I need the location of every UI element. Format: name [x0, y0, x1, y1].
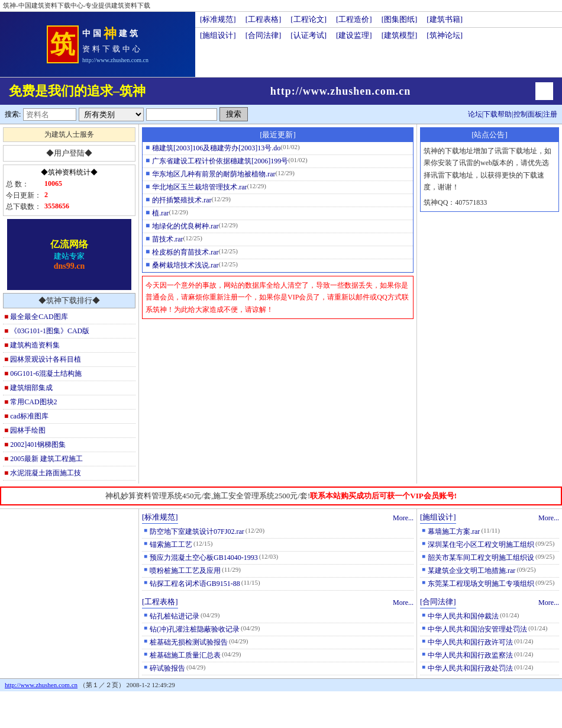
promo-text2: 联系本站购买成功后可获一个VIP会员账号! [310, 491, 457, 500]
hetong-link-2[interactable]: 中华人民共和国治安管理处罚法 [428, 624, 527, 634]
biaozhun-more[interactable]: More... [393, 514, 414, 523]
rank-bullet-4: ■ [4, 355, 8, 363]
rank-link-8[interactable]: cad标准图库 [10, 412, 49, 420]
hetong-title[interactable]: [合同法律] [420, 597, 456, 608]
gongcheng-link-2[interactable]: 钻(冲)孔灌注桩隐蔽验收记录 [150, 624, 240, 634]
search-type-select[interactable]: 所有类别 [79, 108, 144, 121]
rank-link-1[interactable]: 最全最全CAD图库 [10, 313, 67, 321]
biaozhun-link-3[interactable]: 预应力混凝土空心板GB14040-1993 [150, 553, 258, 563]
gongcheng-link-4[interactable]: 桩基础施工质量汇总表 [150, 650, 221, 661]
rank-link-9[interactable]: 园林手绘图 [10, 426, 46, 434]
hetong-link-1[interactable]: 中华人民共和国仲裁法 [428, 611, 499, 621]
nav-gongchengbiaoge[interactable]: [工程表格] [241, 13, 286, 26]
rank-bullet-1: ■ [4, 313, 8, 321]
update-link-5[interactable]: 的扦插繁殖技术.rar [152, 195, 211, 205]
rank-link-5[interactable]: 06G101-6混凝土结构施 [10, 369, 82, 378]
gongcheng-link-1[interactable]: 钻孔桩钻进记录 [150, 611, 199, 621]
rank-bullet-2: ■ [4, 327, 8, 335]
nav-zaojia[interactable]: [工程造价] [331, 13, 377, 26]
biaozhun-link-4[interactable]: 喷粉桩施工工艺及应用 [150, 566, 221, 576]
shizu-link-4[interactable]: 某建筑企业文明工地措施.rar [428, 566, 515, 576]
rank-link-3[interactable]: 建筑构造资料集 [10, 341, 60, 349]
update-link-6[interactable]: 植.rar [152, 208, 169, 218]
search-label: 搜索: [5, 109, 21, 120]
search-input[interactable] [23, 108, 76, 121]
bottom-section: [标准规范] More... ■ 防空地下室建筑设计07FJ02.rar (12… [0, 508, 562, 678]
update-link-4[interactable]: 华北地区玉兰栽培管理技术.rar [152, 182, 247, 192]
update-link-9[interactable]: 栓皮栎的育苗技术.rar [152, 247, 218, 257]
update-date-1: (01/02) [280, 143, 299, 150]
shizu-title[interactable]: [施组设计] [420, 512, 456, 524]
shizu-date-3: (09/25) [535, 553, 554, 560]
hetong-more[interactable]: More... [538, 598, 559, 607]
nav-gongchenglunwen[interactable]: [工程论文] [286, 13, 331, 26]
center-content: [最近更新] ■ 穗建筑[2003]106及穗建劳办[2003]13号.do (… [139, 124, 417, 484]
gongcheng-link-3[interactable]: 桩基础无损检测试验报告 [150, 637, 228, 648]
shizu-link-3[interactable]: 韶关市某车间工程文明施工组织设 [428, 553, 534, 563]
update-date-9: (12/25) [219, 247, 238, 255]
ad-banner[interactable]: 亿流网络 建站专家 dns99.cn [7, 219, 131, 290]
update-link-10[interactable]: 桑树栽培技术浅说.rar [152, 260, 218, 270]
rank-link-10[interactable]: 2002]401钢梯图集 [10, 440, 66, 449]
nav-moxing[interactable]: [建筑模型] [377, 29, 422, 42]
update-link-8[interactable]: 苗技术.rar [152, 234, 183, 244]
update-bullet-2: ■ [146, 156, 150, 165]
gongcheng-link-5[interactable]: 碎试验报告 [150, 663, 185, 674]
shizu-link-1[interactable]: 幕墙施工方案.rar [428, 527, 480, 537]
gongcheng-title[interactable]: [工程表格] [142, 597, 178, 608]
shizu-more[interactable]: More... [538, 514, 559, 523]
nav-shizu[interactable]: [施组设计] [195, 29, 241, 42]
luntan-link[interactable]: 论坛 [468, 110, 482, 118]
biaozhun-date-5: (11/15) [241, 579, 260, 586]
update-date-8: (12/25) [183, 234, 202, 241]
rank-bullet-12: ■ [4, 469, 8, 477]
update-link-1[interactable]: 穗建筑[2003]106及穗建劳办[2003]13号.do [152, 143, 280, 153]
nav-biaozhun[interactable]: [标准规范] [195, 13, 241, 26]
nav-jianli[interactable]: [建设监理] [331, 29, 377, 42]
gongcheng-date-1: (04/29) [201, 611, 219, 619]
search-bar: 搜索: 所有类别 搜索 论坛|下载帮助|控制面板|注册 [0, 105, 562, 124]
biaozhun-link-2[interactable]: 锚索施工工艺 [150, 540, 192, 550]
nav-hetong[interactable]: [合同法律] [241, 29, 286, 42]
rank-link-6[interactable]: 建筑细部集成 [10, 384, 53, 392]
rank-bullet-7: ■ [4, 398, 8, 406]
update-bullet-5: ■ [146, 195, 150, 204]
nav-shuji[interactable]: [建筑书籍] [422, 13, 467, 26]
update-bullet-10: ■ [146, 260, 150, 269]
nav-luntan[interactable]: [筑神论坛] [422, 29, 467, 42]
hetong-link-3[interactable]: 中华人民共和国行政许可法 [428, 637, 513, 648]
biaozhun-title[interactable]: [标准规范] [142, 512, 178, 524]
search-keyword-input[interactable] [146, 108, 217, 121]
update-link-7[interactable]: 地绿化的优良树种.rar [152, 221, 218, 231]
rank-link-11[interactable]: 2005最新 建筑工程施工 [10, 455, 83, 463]
hetong-date-4: (01/24) [514, 650, 533, 658]
rank-link-4[interactable]: 园林景观设计各科目植 [10, 355, 81, 363]
rank-link-7[interactable]: 常用CAD图块2 [10, 398, 57, 406]
promo-link[interactable]: 联系本站购买成功后可获一个VIP会员账号! [310, 491, 457, 500]
biaozhun-link-1[interactable]: 防空地下室建筑设计07FJ02.rar [150, 527, 244, 537]
control-link[interactable]: 控制面板 [513, 110, 542, 118]
hetong-link-4[interactable]: 中华人民共和国行政监察法 [428, 650, 513, 661]
nav-tujitu[interactable]: [图集图纸] [377, 13, 422, 26]
gongcheng-item-4: ■ 桩基础施工质量汇总表 (04/29) [142, 649, 414, 662]
rank-link-2[interactable]: 《03G101-1图集》CAD版 [10, 327, 89, 335]
gongcheng-more[interactable]: More... [393, 598, 414, 607]
shizu-link-2[interactable]: 深圳某住宅小区工程文明施工组织 [428, 540, 534, 550]
help-link[interactable]: 下载帮助 [483, 110, 512, 118]
register-link[interactable]: 注册 [543, 110, 557, 118]
biaozhun-link-5[interactable]: 钻探工程名词术语GB9151-88 [150, 579, 240, 589]
nav-renzheng[interactable]: [认证考试] [286, 29, 331, 42]
gongcheng-item-3: ■ 桩基础无损检测试验报告 (04/29) [142, 636, 414, 649]
search-button[interactable]: 搜索 [219, 107, 248, 121]
footer-url[interactable]: http://www.zhushen.com.cn [5, 681, 77, 688]
shizu-date-1: (11/11) [481, 527, 500, 534]
shizu-date-2: (09/25) [535, 540, 554, 547]
rank-link-12[interactable]: 水泥混凝土路面施工技 [10, 469, 81, 477]
hetong-link-5[interactable]: 中华人民共和国行政处罚法 [428, 663, 513, 674]
logo-sub10: 心 [133, 44, 140, 54]
update-link-2[interactable]: 广东省建设工程计价依据穗建筑[2006]199号 [152, 156, 288, 166]
update-link-3[interactable]: 华东地区几种有前景的耐荫地被植物.rar [152, 169, 275, 179]
bottom-left [0, 509, 139, 678]
hetong-item-2: ■ 中华人民共和国治安管理处罚法 (01/24) [420, 623, 559, 636]
shizu-link-5[interactable]: 东莞某工程现场文明施工专项组织 [428, 579, 534, 589]
